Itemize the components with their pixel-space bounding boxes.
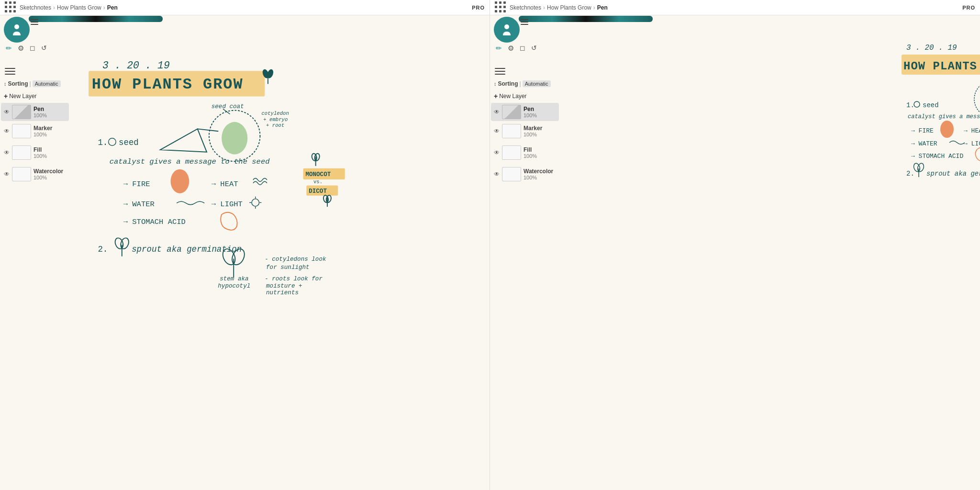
svg-text:HOW PLANTS GROW: HOW PLANTS GROW bbox=[903, 60, 980, 73]
avatar-circle-left[interactable] bbox=[4, 17, 30, 43]
pen-tool-icon[interactable]: ✏ bbox=[6, 44, 12, 53]
sorting-value-left[interactable]: Automatic bbox=[33, 80, 61, 87]
layer-fill-name: Fill bbox=[33, 146, 47, 153]
breadcrumb-sketchnotes[interactable]: Sketchnotes bbox=[20, 4, 51, 11]
sort-arrows-icon: ↕ bbox=[4, 81, 7, 87]
layer-fill-left[interactable]: 👁 Fill 100% bbox=[1, 144, 69, 162]
canvas-svg-left: 3 . 20 . 19 HOW PLANTS GROW seed coat co… bbox=[0, 15, 490, 490]
layer-fill-thumb-right bbox=[502, 145, 521, 160]
undo-icon-right[interactable]: ↺ bbox=[531, 44, 537, 53]
layer-watercolor-thumb bbox=[12, 167, 31, 181]
sorting-value-right[interactable]: Automatic bbox=[523, 80, 551, 87]
layer-watercolor-opacity: 100% bbox=[33, 175, 63, 180]
eraser-icon[interactable]: ◻ bbox=[30, 44, 35, 53]
svg-point-26 bbox=[325, 195, 332, 203]
svg-point-22 bbox=[311, 153, 317, 161]
breadcrumb-pen[interactable]: Pen bbox=[107, 4, 118, 11]
layer-fill-info-right: Fill 100% bbox=[523, 146, 537, 159]
svg-text:→ STOMACH ACID: → STOMACH ACID bbox=[123, 218, 186, 226]
svg-text:→ LIGHT: → LIGHT bbox=[964, 140, 980, 147]
menu-icon-left[interactable] bbox=[31, 19, 38, 25]
svg-text:→ WATER: → WATER bbox=[123, 200, 155, 209]
layer-watercolor-name: Watercolor bbox=[33, 168, 63, 175]
new-layer-btn-right[interactable]: + New Layer bbox=[494, 92, 527, 100]
new-layer-btn-left[interactable]: + New Layer bbox=[4, 92, 37, 100]
layer-fill-name-right: Fill bbox=[523, 146, 537, 153]
svg-rect-16 bbox=[303, 168, 345, 179]
sorting-label-left: Sorting bbox=[8, 80, 28, 87]
sorting-bar-left: ↕ Sorting | Automatic bbox=[4, 80, 61, 87]
svg-rect-2 bbox=[89, 71, 265, 96]
sorting-bar-right: ↕ Sorting | Automatic bbox=[494, 80, 551, 87]
tool-icons-left: ✏ ⚙ ◻ ↺ bbox=[6, 44, 47, 53]
breadcrumb-right-pen[interactable]: Pen bbox=[597, 4, 608, 11]
new-layer-label-left: New Layer bbox=[9, 93, 36, 100]
layer-marker-left[interactable]: 👁 Marker 100% bbox=[1, 122, 69, 140]
svg-point-0 bbox=[14, 24, 19, 29]
svg-point-5 bbox=[261, 68, 270, 79]
svg-text:→ STOMACH ACID: → STOMACH ACID bbox=[911, 153, 963, 160]
hamburger-menu-right[interactable] bbox=[495, 68, 505, 75]
layer-fill-eye-icon-right[interactable]: 👁 bbox=[494, 149, 500, 156]
breadcrumb-right-how-plants[interactable]: How Plants Grow bbox=[547, 4, 591, 11]
svg-marker-14 bbox=[160, 129, 207, 152]
eraser-icon-right[interactable]: ◻ bbox=[520, 44, 525, 53]
layer-fill-opacity: 100% bbox=[33, 153, 47, 159]
pro-badge-left: PRO bbox=[472, 5, 485, 11]
svg-point-49 bbox=[230, 247, 247, 267]
color-bar-left bbox=[29, 16, 163, 22]
layer-marker-eye-icon[interactable]: 👁 bbox=[4, 128, 10, 134]
svg-text:- roots look for: - roots look for bbox=[265, 276, 323, 282]
svg-text:catalyst gives a message to th: catalyst gives a message to the seed bbox=[908, 113, 980, 120]
layer-watercolor-eye-icon[interactable]: 👁 bbox=[4, 171, 10, 178]
layer-pen-left[interactable]: 👁 Pen 100% bbox=[1, 103, 69, 121]
layer-marker-eye-icon-right[interactable]: 👁 bbox=[494, 128, 500, 134]
svg-text:2.: 2. bbox=[98, 245, 108, 254]
left-panel: Sketchnotes › How Plants Grow › Pen PRO … bbox=[0, 0, 490, 490]
new-layer-plus-right: + bbox=[494, 92, 498, 100]
menu-icon-right[interactable] bbox=[521, 19, 528, 25]
layer-fill-right[interactable]: 👁 Fill 100% bbox=[491, 144, 559, 162]
svg-point-7 bbox=[209, 111, 260, 162]
svg-text:nutrients: nutrients bbox=[266, 290, 299, 296]
avatar-circle-right[interactable] bbox=[494, 17, 520, 43]
layer-marker-thumb-right bbox=[502, 124, 521, 138]
svg-point-28 bbox=[109, 138, 116, 146]
undo-icon[interactable]: ↺ bbox=[41, 44, 47, 53]
layer-marker-info: Marker 100% bbox=[33, 125, 52, 137]
layer-pen-info-right: Pen 100% bbox=[523, 106, 537, 118]
svg-text:sprout aka germination: sprout aka germination bbox=[926, 170, 980, 178]
sorting-pipe-right: | bbox=[520, 80, 521, 87]
pen-tool-icon-right[interactable]: ✏ bbox=[496, 44, 502, 53]
svg-text:MONOCOT: MONOCOT bbox=[305, 171, 331, 178]
settings-icon[interactable]: ⚙ bbox=[18, 44, 24, 53]
layer-pen-eye-icon-right[interactable]: 👁 bbox=[494, 109, 500, 115]
app-grid-icon[interactable] bbox=[5, 1, 17, 13]
layer-pen-right[interactable]: 👁 Pen 100% bbox=[491, 103, 559, 121]
svg-rect-19 bbox=[306, 186, 338, 196]
layer-watercolor-info: Watercolor 100% bbox=[33, 168, 63, 180]
svg-text:seed: seed bbox=[923, 101, 939, 109]
svg-point-23 bbox=[314, 153, 320, 161]
breadcrumb-how-plants[interactable]: How Plants Grow bbox=[57, 4, 101, 11]
svg-text:→ FIRE: → FIRE bbox=[123, 179, 150, 188]
settings-icon-right[interactable]: ⚙ bbox=[508, 44, 514, 53]
svg-text:cotyledon: cotyledon bbox=[261, 111, 289, 116]
layer-fill-eye-icon[interactable]: 👁 bbox=[4, 149, 10, 156]
app-grid-icon-right[interactable] bbox=[495, 1, 507, 13]
layer-watercolor-right[interactable]: 👁 Watercolor 100% bbox=[491, 165, 559, 183]
tool-icons-right: ✏ ⚙ ◻ ↺ bbox=[496, 44, 537, 53]
layer-watercolor-left[interactable]: 👁 Watercolor 100% bbox=[1, 165, 69, 183]
svg-text:- cotyledons look: - cotyledons look bbox=[265, 256, 326, 263]
breadcrumb-left: Sketchnotes › How Plants Grow › Pen bbox=[20, 4, 118, 11]
svg-text:catalyst gives a message to th: catalyst gives a message to the seed bbox=[110, 157, 270, 166]
avatar-figure-icon-right bbox=[500, 23, 513, 36]
layer-watercolor-eye-icon-right[interactable]: 👁 bbox=[494, 171, 500, 178]
color-bar-right bbox=[519, 16, 653, 22]
hamburger-menu-left[interactable] bbox=[5, 68, 15, 75]
layer-marker-right[interactable]: 👁 Marker 100% bbox=[491, 122, 559, 140]
layer-pen-eye-icon[interactable]: 👁 bbox=[4, 109, 10, 115]
breadcrumb-right-sketchnotes[interactable]: Sketchnotes bbox=[510, 4, 541, 11]
svg-text:hypocotyl: hypocotyl bbox=[218, 283, 250, 290]
svg-point-48 bbox=[221, 247, 238, 267]
